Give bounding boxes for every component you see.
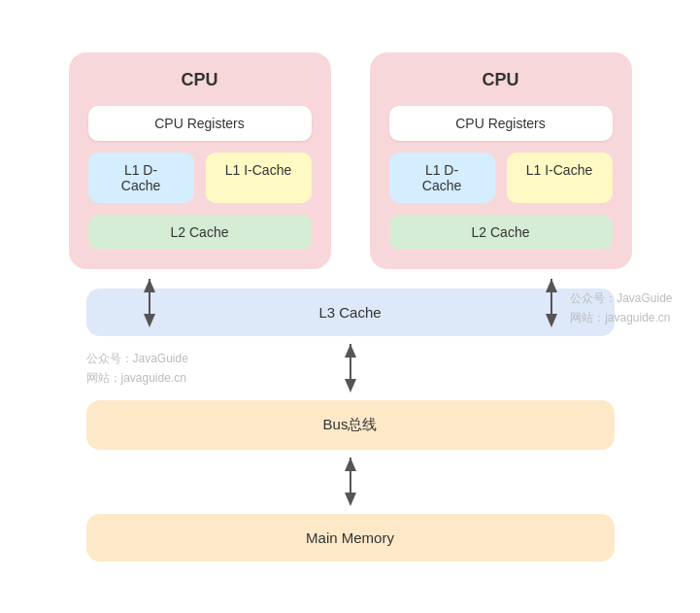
svg-marker-11 [345,458,356,471]
cache-row-2: L1 D-Cache L1 I-Cache [389,153,613,203]
watermark-left: 公众号：JavaGuide 网站：javaguide.cn [86,349,188,389]
l2-cache-1: L2 Cache [88,215,312,250]
l2-cache-2: L2 Cache [389,215,613,250]
l1-d-cache-2: L1 D-Cache [389,153,495,203]
bus-box: Bus总线 [86,400,615,450]
svg-marker-5 [546,279,557,292]
svg-marker-10 [345,493,356,506]
arrow-cpu1-l3 [140,279,159,327]
svg-marker-1 [144,314,155,327]
svg-marker-4 [546,314,557,327]
arrow-cpu2-l3 [542,279,561,327]
diagram-container: CPU CPU Registers L1 D-Cache L1 I-Cache … [20,52,681,562]
cpu-title-2: CPU [482,70,518,90]
cpu-registers-1: CPU Registers [88,106,312,141]
watermark-right: 公众号：JavaGuide 网站：javaguide.cn [570,289,672,328]
cpu-box-1: CPU CPU Registers L1 D-Cache L1 I-Cache … [69,52,331,269]
arrow-l3-bus: 公众号：JavaGuide 网站：javaguide.cn [86,344,615,392]
main-memory-box: Main Memory [86,514,615,562]
cpu-registers-2: CPU Registers [389,106,613,141]
arrow-bus-memory [341,458,360,506]
cache-row-1: L1 D-Cache L1 I-Cache [88,153,312,203]
cpu-row: CPU CPU Registers L1 D-Cache L1 I-Cache … [20,52,681,269]
l1-d-cache-1: L1 D-Cache [88,153,194,203]
cpu-box-2: CPU CPU Registers L1 D-Cache L1 I-Cache … [370,52,632,269]
l1-i-cache-2: L1 I-Cache [507,153,613,203]
cpu-title-1: CPU [181,70,217,90]
svg-marker-7 [345,379,356,392]
l1-i-cache-1: L1 I-Cache [206,153,312,203]
svg-marker-2 [144,279,155,292]
l3-cache-box: L3 Cache [86,289,615,336]
svg-marker-8 [345,344,356,358]
